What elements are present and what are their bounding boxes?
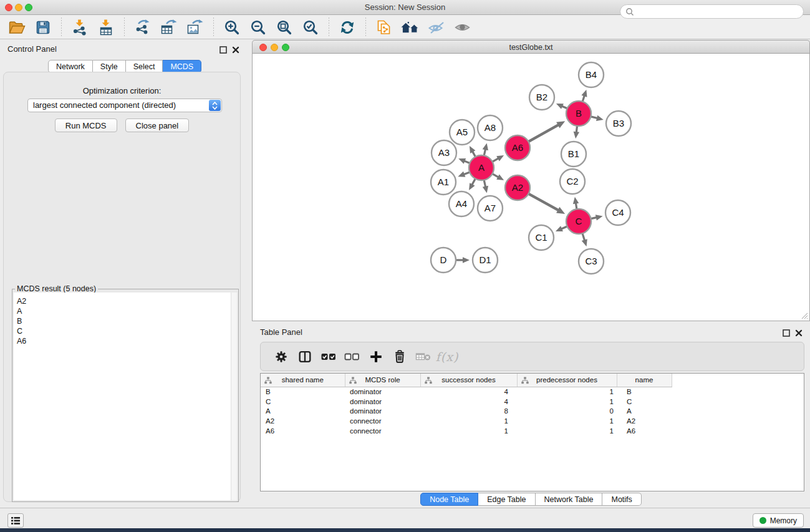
control-panel-title: Control Panel [7,44,57,54]
network-graph[interactable]: B4B2BB3A5A8A6A3B1AA1C2A2A4A7C4CC1C3DD1 [253,54,809,321]
graph-edge-arrow [574,132,579,138]
hide-details-icon[interactable] [427,18,446,37]
zoom-selected-icon[interactable] [301,18,320,37]
tab-select[interactable]: Select [126,60,163,73]
result-scrollbar[interactable] [231,293,237,500]
zoom-fit-icon[interactable] [275,18,294,37]
export-table-icon[interactable] [160,18,178,37]
graph-node-label: A [478,162,485,173]
memory-button[interactable]: Memory [753,513,804,528]
columns-icon[interactable] [297,349,313,365]
zoom-in-icon[interactable] [223,18,241,37]
graph-edge-A6-B[interactable] [528,125,559,142]
deselect-all-icon[interactable] [344,349,360,365]
result-item[interactable]: A2 [14,296,237,306]
dropdown-stepper-icon [209,100,221,111]
column-header-shared-name[interactable]: shared name [261,374,345,387]
graph-node-label: C1 [535,232,547,243]
result-item[interactable]: C [14,326,237,336]
graph-node-label: C4 [612,207,624,218]
tab-mcds[interactable]: MCDS [163,60,201,73]
column-header-name[interactable]: name [617,374,672,387]
result-item[interactable]: A [14,306,237,316]
control-panel: Control Panel NetworkStyleSelectMCDS Opt… [0,39,244,508]
graph-node-label: B2 [536,92,547,102]
graph-edge-arrow [573,197,579,205]
network-window-titlebar[interactable]: testGlobe.txt [252,40,810,54]
optimization-criterion-label: Optimization criterion: [4,86,240,95]
status-menu-button[interactable] [7,513,24,528]
search-input[interactable] [620,4,804,19]
graph-node-label: D [440,254,447,265]
result-item[interactable]: B [14,316,237,326]
mcds-result-title: MCDS result (5 nodes) [15,284,98,293]
graph-node-label: B [576,108,582,118]
import-table-icon[interactable] [97,18,115,37]
function-builder-icon: f(x) [439,349,455,365]
select-all-icon[interactable] [321,349,337,365]
graph-node-label: C2 [566,176,578,186]
show-details-icon[interactable] [453,18,472,37]
tab-node-table[interactable]: Node Table [420,493,478,506]
column-header-successor-nodes[interactable]: successor nodes [420,374,517,387]
close-panel-icon[interactable] [232,45,239,56]
add-column-icon[interactable] [368,349,384,365]
table-panel: Table Panel f(x) shared nameMCDS rolesuc… [252,323,810,508]
tab-motifs[interactable]: Motifs [602,493,641,506]
float-panel-icon[interactable] [219,45,227,56]
home-icon[interactable] [401,18,420,37]
close-table-panel-icon[interactable] [795,328,803,339]
zoom-out-icon[interactable] [249,18,268,37]
float-table-panel-icon[interactable] [783,328,790,339]
table-panel-title: Table Panel [260,327,302,337]
status-bar: Memory [0,508,810,528]
graph-node-label: A1 [438,177,449,187]
graph-node-label: A3 [438,147,450,158]
graph-node-label: B4 [586,69,597,80]
export-network-icon[interactable] [133,18,152,37]
network-canvas[interactable]: B4B2BB3A5A8A6A3B1AA1C2A2A4A7C4CC1C3DD1 [252,54,810,321]
graph-edge-A2-C[interactable] [528,193,559,210]
column-header-MCDS-role[interactable]: MCDS role [345,374,420,387]
settings-gear-icon[interactable] [273,349,289,365]
list-icon [11,516,21,525]
save-session-icon[interactable] [34,18,52,37]
clone-network-icon[interactable] [375,18,393,37]
import-network-icon[interactable] [70,18,89,37]
graph-edge-arrow [483,186,488,193]
main-toolbar [0,16,810,39]
tab-style[interactable]: Style [93,60,126,73]
graph-edge-arrow [581,90,587,97]
resize-grip-icon[interactable] [801,312,808,319]
delete-column-icon[interactable] [392,349,408,365]
criterion-dropdown[interactable]: largest connected component (directed) [27,99,222,112]
table-toolbar: f(x) [260,342,804,371]
result-item[interactable]: A6 [14,336,237,346]
graph-node-label: A6 [512,142,523,153]
table-row[interactable]: A6connector11A6 [261,426,803,436]
table-row[interactable]: Bdominator41B [261,387,803,397]
tab-network-table[interactable]: Network Table [536,493,603,506]
graph-node-label: D1 [479,254,491,265]
graph-edge-arrow [582,239,587,246]
table-row[interactable]: Adominator80A [261,406,803,416]
graph-node-label: A4 [456,198,467,209]
column-header-predecessor-nodes[interactable]: predecessor nodes [517,374,617,387]
mcds-tab-content: Optimization criterion: largest connecte… [3,72,241,502]
table-row[interactable]: A2connector11A2 [261,416,803,426]
tab-network[interactable]: Network [48,60,93,73]
table-tabs: Node TableEdge TableNetwork TableMotifs [252,493,810,506]
graph-node-label: C3 [585,256,597,266]
open-session-icon[interactable] [7,18,26,37]
memory-status-icon [759,517,766,524]
tab-edge-table[interactable]: Edge Table [478,493,535,506]
graph-edge-arrow [595,215,603,220]
table-row[interactable]: Cdominator41C [261,397,803,407]
close-panel-button[interactable]: Close panel [125,118,190,132]
mcds-result-list[interactable]: A2ABCA6 [14,293,237,500]
export-image-icon[interactable] [186,18,205,37]
graph-node-label: A8 [485,122,496,133]
node-table[interactable]: shared nameMCDS rolesuccessor nodesprede… [260,373,804,491]
refresh-icon[interactable] [338,18,357,37]
run-mcds-button[interactable]: Run MCDS [55,118,117,132]
